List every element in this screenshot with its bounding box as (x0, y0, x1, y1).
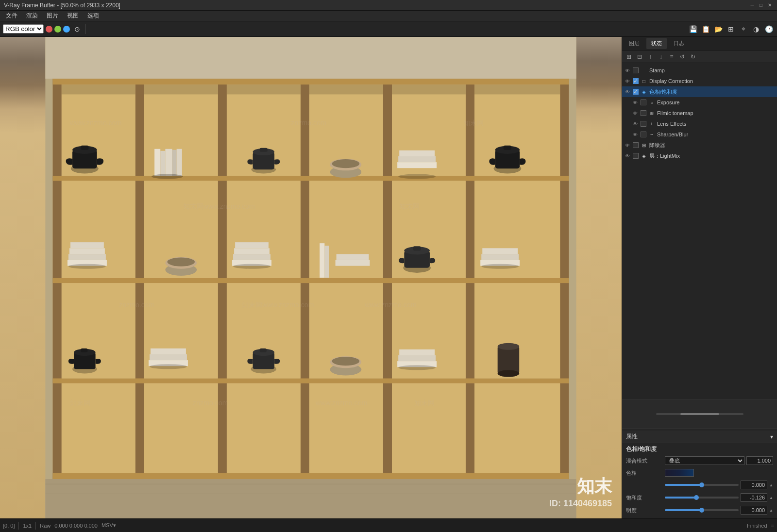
effect-denoiser[interactable]: 👁 ⊞ 降噪器 (622, 140, 777, 150)
effects-list: 👁 Stamp 👁 ✓ □ Display Correction 👁 ✓ ◈ 色… (622, 63, 777, 399)
checkbox-sharpen[interactable] (641, 132, 646, 137)
svg-rect-66 (398, 156, 436, 162)
effect-display-correction[interactable]: 👁 ✓ □ Display Correction (622, 76, 777, 86)
brightness-slider[interactable] (665, 506, 739, 514)
checkbox-lightmix[interactable] (633, 153, 639, 159)
scroll-icon[interactable]: ≡ (771, 523, 774, 529)
move-down-button[interactable]: ↓ (656, 52, 666, 62)
toolbar: RGB color ⊙ 💾 📋 📂 ⊞ ⌖ ◑ 🕐 (0, 21, 777, 37)
format-display[interactable]: MSV▾ (101, 522, 116, 529)
hue-color-swatch[interactable] (665, 469, 694, 477)
close-button[interactable]: ✕ (766, 2, 773, 9)
tab-log[interactable]: 日志 (669, 38, 689, 49)
saturation-number-input[interactable] (741, 493, 767, 502)
green-dot[interactable] (54, 26, 61, 33)
redo-button[interactable]: ↻ (688, 52, 698, 62)
menu-item-view[interactable]: 视图 (63, 11, 83, 21)
move-up-button[interactable]: ↑ (645, 52, 655, 62)
checkbox-stamp[interactable] (633, 67, 639, 73)
hue-stepper-up[interactable]: ▲ (769, 483, 773, 487)
visibility-icon-denoiser[interactable]: 👁 (624, 142, 631, 149)
checkbox-exp[interactable] (641, 100, 646, 105)
tab-layers[interactable]: 图层 (624, 38, 644, 49)
saturation-stepper[interactable]: ▲ (769, 496, 773, 500)
blend-mode-number[interactable] (746, 456, 773, 465)
title-bar-controls: ─ □ ✕ (749, 2, 773, 9)
checkbox-filmic[interactable] (641, 110, 646, 116)
history-icon[interactable]: 🕐 (763, 24, 774, 34)
prop-row-brightness: 明度 ▲ (622, 504, 777, 516)
effect-stamp[interactable]: 👁 Stamp (622, 65, 777, 76)
hue-number-input[interactable] (741, 481, 767, 489)
add-layer-button[interactable]: ⊞ (624, 52, 634, 62)
toolbar-right: 💾 📋 📂 ⊞ ⌖ ◑ 🕐 (688, 24, 774, 34)
svg-point-116 (398, 365, 436, 370)
brightness-number-input[interactable] (741, 506, 767, 515)
effect-hue-saturation[interactable]: 👁 ✓ ◈ 色相/饱和度 (622, 86, 777, 97)
hue-label: 色相 (626, 469, 665, 477)
tab-status[interactable]: 状态 (646, 38, 667, 49)
svg-rect-51 (81, 146, 88, 150)
svg-rect-37 (392, 383, 466, 473)
color-channel-dropdown[interactable]: RGB color (3, 24, 44, 33)
checkbox-lens[interactable] (641, 121, 646, 127)
blend-mode-dropdown[interactable]: 叠底 (665, 456, 744, 465)
color-correct-icon[interactable]: ◑ (751, 24, 761, 34)
svg-rect-103 (150, 354, 187, 360)
status-sep-2 (35, 522, 36, 530)
menu-item-render[interactable]: 渲染 (22, 11, 42, 21)
svg-rect-25 (144, 383, 218, 473)
effect-filmic[interactable]: 👁 ≋ Filmic tonemap (622, 108, 777, 118)
render-region-icon[interactable]: ⌖ (738, 24, 749, 34)
svg-rect-14 (53, 473, 569, 479)
render-area: www.znzmo.com 知末网www.znzmo.com znzmo.com… (0, 37, 622, 518)
blue-dot[interactable] (63, 26, 70, 33)
visibility-icon-filmic[interactable]: 👁 (632, 110, 639, 116)
zoom-display[interactable]: 1x1 (23, 523, 32, 529)
checkbox-dc[interactable]: ✓ (633, 78, 639, 84)
scrollbar-thumb[interactable] (680, 413, 719, 415)
horizontal-scrollbar[interactable] (656, 413, 743, 415)
svg-rect-44 (227, 84, 301, 94)
menu-item-image[interactable]: 图片 (43, 11, 62, 21)
hue-slider[interactable] (665, 481, 739, 489)
effect-lens[interactable]: 👁 + Lens Effects (622, 118, 777, 129)
load-icon[interactable]: 📂 (713, 24, 724, 34)
menu-item-file[interactable]: 文件 (2, 11, 21, 21)
brush-icon[interactable]: ⊙ (72, 24, 83, 34)
save-as-icon[interactable]: 📋 (700, 24, 711, 34)
menu-button[interactable]: ≡ (667, 52, 676, 62)
svg-text:知末网www.znzmo.com: 知末网www.znzmo.com (183, 202, 255, 210)
undo-button[interactable]: ↺ (677, 52, 687, 62)
svg-rect-72 (504, 146, 511, 150)
maximize-button[interactable]: □ (758, 2, 764, 9)
icon-filmic: ≋ (648, 110, 655, 116)
effect-exposure[interactable]: 👁 ○ Exposure (622, 97, 777, 108)
visibility-icon-dc[interactable]: 👁 (624, 78, 631, 84)
checkbox-hs[interactable]: ✓ (633, 89, 639, 95)
remove-layer-button[interactable]: ⊟ (635, 52, 644, 62)
svg-rect-29 (227, 383, 301, 473)
svg-rect-65 (397, 162, 437, 168)
svg-rect-15 (53, 176, 569, 181)
red-dot[interactable] (46, 26, 52, 33)
visibility-icon-sharpen[interactable]: 👁 (632, 131, 639, 138)
compare-icon[interactable]: ⊞ (726, 24, 736, 34)
visibility-icon-lightmix[interactable]: 👁 (624, 152, 631, 159)
saturation-slider[interactable] (665, 494, 739, 501)
menu-item-options[interactable]: 选项 (84, 11, 103, 21)
effect-lightmix[interactable]: 👁 ◈ 层：LightMix (622, 150, 777, 161)
svg-rect-89 (337, 254, 369, 260)
visibility-icon-hs[interactable]: 👁 (624, 88, 631, 95)
visibility-icon-lens[interactable]: 👁 (632, 120, 639, 127)
properties-collapse-icon[interactable]: ▾ (770, 433, 773, 440)
visibility-icon-stamp[interactable]: 👁 (624, 67, 631, 74)
effect-sharpen[interactable]: 👁 ~ Sharpen/Blur (622, 129, 777, 140)
visibility-icon-exp[interactable]: 👁 (632, 99, 639, 106)
checkbox-denoiser[interactable] (633, 142, 639, 148)
minimize-button[interactable]: ─ (749, 2, 756, 9)
svg-point-85 (233, 264, 270, 269)
brand-logo: 知末 ID: 1140469185 (549, 475, 612, 509)
save-icon[interactable]: 💾 (688, 24, 698, 34)
brightness-stepper[interactable]: ▲ (769, 508, 773, 513)
